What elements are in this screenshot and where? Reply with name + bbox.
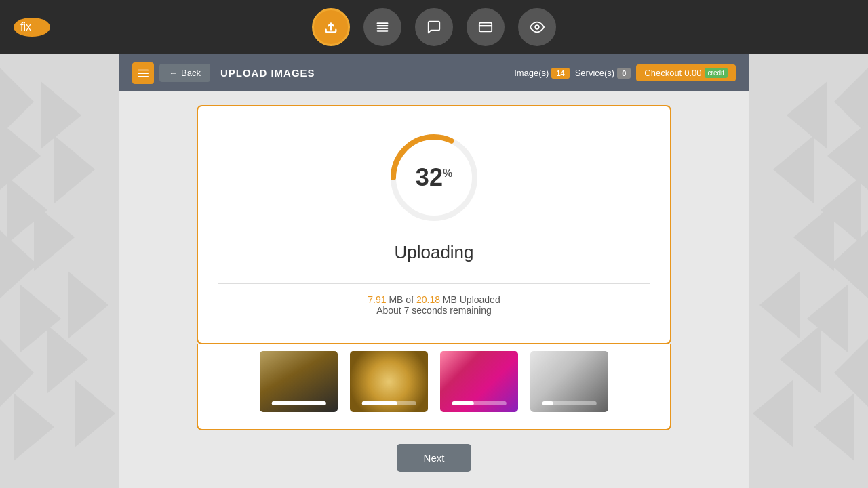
top-nav: fix50 bbox=[0, 0, 868, 54]
payment-icon bbox=[478, 20, 493, 35]
logo-fix: fix bbox=[20, 21, 31, 33]
uploaded-unit-1: MB of bbox=[389, 294, 414, 305]
back-arrow: ← bbox=[169, 68, 178, 78]
images-label: Image(s) bbox=[514, 68, 549, 78]
thumbnail-2 bbox=[350, 351, 428, 412]
upload-icon bbox=[323, 20, 338, 35]
thumb-3-progress bbox=[452, 401, 507, 405]
chat-icon bbox=[427, 20, 441, 35]
svg-rect-26 bbox=[479, 23, 492, 32]
upload-stats: 7.91 MB of 20.18 MB Uploaded About 7 sec… bbox=[368, 294, 500, 316]
time-remaining: About 7 seconds remaining bbox=[368, 305, 500, 316]
checkout-label: Checkout bbox=[644, 68, 682, 78]
progress-container: 32% Uploading 7.91 MB of 20.18 MB Upload… bbox=[218, 127, 650, 316]
thumb-1-progress bbox=[271, 401, 326, 405]
thumb-4-progress bbox=[542, 401, 597, 405]
uploading-label: Uploading bbox=[394, 242, 473, 263]
svg-rect-30 bbox=[138, 76, 149, 77]
thumbnail-3 bbox=[440, 351, 518, 412]
thumbnail-4 bbox=[530, 351, 608, 412]
svg-rect-28 bbox=[138, 69, 149, 70]
svg-point-27 bbox=[535, 25, 539, 29]
nav-preview-btn[interactable] bbox=[518, 8, 556, 46]
thumb-2-fill bbox=[361, 401, 397, 405]
logo: fix50 bbox=[14, 18, 54, 37]
sub-header: ← Back UPLOAD IMAGES Image(s) 14 Service… bbox=[119, 54, 749, 92]
back-button[interactable]: ← Back bbox=[159, 64, 210, 82]
menu-button[interactable] bbox=[132, 62, 154, 84]
nav-upload-btn[interactable] bbox=[312, 8, 350, 46]
next-btn-container: Next bbox=[397, 444, 472, 472]
thumb-1-fill bbox=[271, 401, 326, 405]
upload-card: 32% Uploading 7.91 MB of 20.18 MB Upload… bbox=[197, 105, 671, 344]
nav-icons bbox=[312, 8, 556, 46]
hamburger-icon bbox=[138, 68, 149, 79]
nav-chat-btn[interactable] bbox=[415, 8, 453, 46]
thumb-2-progress bbox=[361, 401, 416, 405]
nav-list-btn[interactable] bbox=[363, 8, 401, 46]
services-count: 0 bbox=[617, 68, 631, 79]
logo-so: 50 bbox=[31, 21, 43, 33]
list-icon bbox=[375, 20, 390, 35]
page-title: UPLOAD IMAGES bbox=[220, 67, 514, 79]
thumb-3-fill bbox=[452, 401, 473, 405]
services-label: Service(s) bbox=[575, 68, 615, 78]
next-button[interactable]: Next bbox=[397, 444, 472, 472]
uploaded-total: 20.18 bbox=[416, 294, 440, 305]
nav-payment-btn[interactable] bbox=[467, 8, 505, 46]
thumb-4-fill bbox=[542, 401, 553, 405]
header-badges: Image(s) 14 Service(s) 0 Checkout 0.00 c… bbox=[514, 64, 736, 81]
uploaded-current: 7.91 bbox=[368, 294, 386, 305]
services-badge-group: Service(s) 0 bbox=[575, 68, 631, 79]
checkout-button[interactable]: Checkout 0.00 credit bbox=[636, 64, 736, 81]
uploaded-unit-2: MB Uploaded bbox=[443, 294, 500, 305]
svg-rect-29 bbox=[138, 73, 149, 74]
preview-icon bbox=[530, 20, 545, 35]
credit-tag: credit bbox=[705, 68, 728, 78]
images-badge-group: Image(s) 14 bbox=[514, 68, 570, 79]
progress-text: 32% bbox=[416, 163, 452, 192]
thumbnail-1 bbox=[260, 351, 338, 412]
circular-progress: 32% bbox=[383, 127, 485, 228]
progress-value: 32 bbox=[416, 163, 443, 192]
divider bbox=[218, 283, 650, 284]
progress-symbol: % bbox=[443, 167, 452, 180]
thumbnails-area bbox=[197, 344, 671, 430]
images-count: 14 bbox=[551, 68, 569, 79]
checkout-value: 0.00 bbox=[684, 68, 701, 78]
